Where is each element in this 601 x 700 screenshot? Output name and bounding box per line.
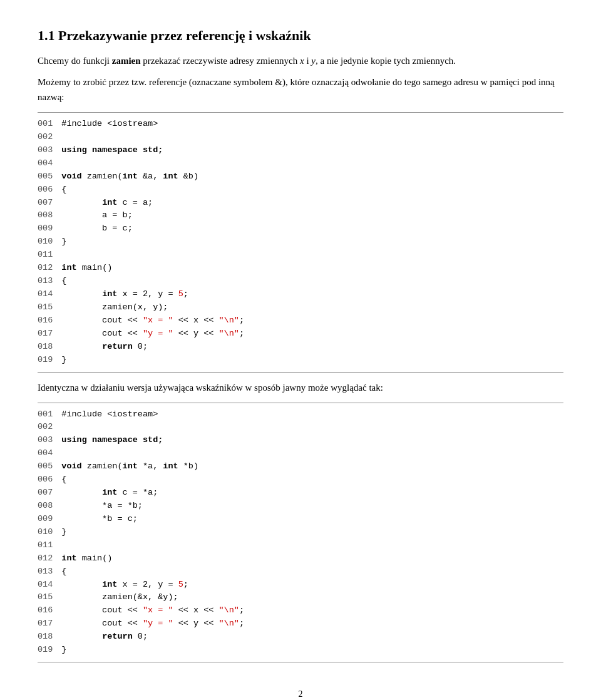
page-title: 1.1 Przekazywanie przez referencję i wsk… — [38, 25, 563, 46]
line-content: return 0; — [61, 341, 148, 354]
line-content: int main() — [61, 262, 112, 275]
token: zamien( — [82, 172, 123, 181]
line-content: cout << "y = " << y << "\n"; — [61, 327, 244, 341]
line-number: 007 — [38, 486, 61, 500]
line-number: 011 — [38, 249, 61, 262]
token: int — [61, 553, 76, 563]
token: int — [102, 289, 117, 299]
token: int — [123, 172, 138, 181]
token — [61, 632, 102, 641]
token: ; — [239, 619, 244, 628]
code-line: 015 zamien(x, y); — [38, 301, 563, 314]
token: "x = " — [143, 605, 173, 615]
line-number: 005 — [38, 170, 61, 183]
token: 0; — [133, 632, 148, 641]
token: main() — [77, 553, 113, 563]
line-content: } — [61, 235, 66, 249]
line-number: 016 — [38, 604, 61, 617]
code-line: 002 — [38, 421, 563, 434]
line-content: using namespace std; — [61, 434, 163, 447]
token: "y = " — [143, 619, 173, 628]
code-line: 006{ — [38, 473, 563, 486]
token: ; — [239, 329, 244, 338]
line-content: int x = 2, y = 5; — [61, 288, 188, 301]
token: #include <iostream> — [61, 409, 158, 419]
token — [61, 289, 102, 299]
token: c = a; — [117, 198, 153, 207]
token: << y << — [173, 619, 219, 628]
line-number: 008 — [38, 209, 61, 222]
token: cout << — [61, 619, 143, 628]
line-content: { — [61, 565, 66, 579]
line-number: 016 — [38, 314, 61, 327]
line-number: 015 — [38, 301, 61, 314]
code-line: 019} — [38, 644, 563, 657]
line-content: int c = *a; — [61, 486, 158, 500]
line-content: cout << "x = " << x << "\n"; — [61, 604, 244, 617]
line-number: 003 — [38, 434, 61, 447]
code-line: 005void zamien(int &a, int &b) — [38, 170, 563, 183]
middle-paragraph: Identyczna w działaniu wersja używająca … — [38, 380, 563, 395]
intro-paragraph-2: Możemy to zrobić przez tzw. referencje (… — [38, 75, 563, 105]
line-content: *a = *b; — [61, 500, 143, 513]
token: { — [61, 185, 66, 194]
token: } — [61, 527, 66, 537]
token: { — [61, 567, 66, 576]
token: int — [163, 461, 178, 471]
token: zamien(&x, &y); — [61, 592, 178, 602]
code-line: 009 b = c; — [38, 222, 563, 235]
line-number: 013 — [38, 565, 61, 579]
line-number: 006 — [38, 183, 61, 197]
token: ; — [183, 580, 188, 589]
token: c = *a; — [117, 488, 158, 497]
line-number: 013 — [38, 275, 61, 288]
token: using namespace std; — [61, 145, 163, 155]
line-content: zamien(x, y); — [61, 301, 168, 314]
token: *a, — [138, 461, 163, 471]
line-number: 001 — [38, 408, 61, 421]
code-line: 016 cout << "x = " << x << "\n"; — [38, 604, 563, 617]
token: << y << — [173, 329, 219, 338]
code-line: 012int main() — [38, 552, 563, 565]
line-number: 001 — [38, 118, 61, 131]
line-content: { — [61, 473, 66, 486]
line-number: 012 — [38, 262, 61, 275]
line-content: void zamien(int *a, int *b) — [61, 460, 198, 473]
code-block-2: 001#include <iostream>002003using namesp… — [38, 403, 563, 663]
line-number: 019 — [38, 644, 61, 657]
code-line: 016 cout << "x = " << x << "\n"; — [38, 314, 563, 327]
token: "y = " — [143, 329, 173, 338]
token — [61, 342, 102, 351]
line-number: 011 — [38, 539, 61, 552]
line-content: } — [61, 644, 66, 657]
code-line: 018 return 0; — [38, 341, 563, 354]
token: b = c; — [61, 224, 132, 233]
code-line: 014 int x = 2, y = 5; — [38, 579, 563, 592]
token: void — [61, 172, 81, 181]
line-number: 005 — [38, 460, 61, 473]
token: &b) — [178, 172, 198, 181]
code-line: 017 cout << "y = " << y << "\n"; — [38, 617, 563, 631]
token: x = 2, y = — [117, 289, 178, 299]
code-line: 003using namespace std; — [38, 434, 563, 447]
line-number: 019 — [38, 354, 61, 367]
token: x = 2, y = — [117, 580, 178, 589]
token: { — [61, 276, 66, 286]
code-line: 003using namespace std; — [38, 144, 563, 157]
line-content: cout << "y = " << y << "\n"; — [61, 617, 244, 631]
token: int — [102, 198, 117, 207]
token: &a, — [138, 172, 163, 181]
token: "\n" — [218, 329, 239, 338]
token: << x << — [173, 316, 219, 325]
token: } — [61, 237, 66, 246]
token: zamien(x, y); — [61, 302, 168, 312]
line-number: 010 — [38, 526, 61, 539]
line-content: a = b; — [61, 209, 132, 222]
token: "\n" — [218, 605, 239, 615]
line-number: 012 — [38, 552, 61, 565]
token: << x << — [173, 605, 219, 615]
page-number: 2 — [38, 687, 563, 700]
token — [61, 198, 102, 207]
token: } — [61, 355, 66, 364]
token: 5 — [178, 289, 183, 299]
